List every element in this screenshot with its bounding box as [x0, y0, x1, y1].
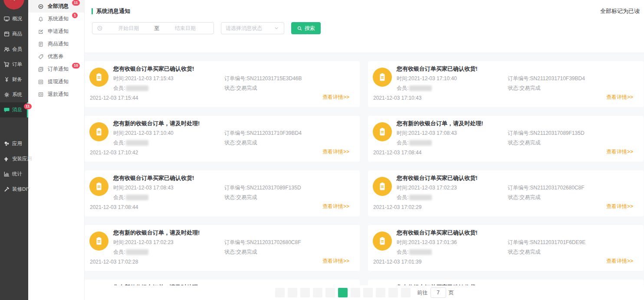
- message-order-number: 订单编号:SN2112031710F39BD4: [508, 75, 585, 82]
- message-card: 您有新的收银台订单，请及时处理! 时间:2021-12-03 17:08:43 …: [368, 116, 644, 162]
- sidebar-item[interactable]: 消息 11: [0, 102, 28, 117]
- message-category-item[interactable]: 提现通知: [28, 75, 84, 88]
- message-status: 状态:交易完成: [508, 248, 540, 256]
- page-button[interactable]: [338, 288, 348, 297]
- message-category-item[interactable]: 全部消息 11: [28, 0, 84, 13]
- view-detail-link[interactable]: 查看详情>>: [606, 94, 633, 101]
- sidebar-item[interactable]: 装修DIY: [0, 182, 28, 197]
- member-name-redacted: [126, 85, 148, 91]
- date-separator: 至: [154, 25, 160, 32]
- receipt-icon: [377, 72, 388, 83]
- message-category-nav: 全部消息 11 系统通知 1 申请通知 商品通知 优惠券: [28, 0, 84, 101]
- stats-icon: [3, 171, 10, 177]
- message-category-label: 系统通知: [48, 15, 69, 23]
- app-root: 概况 商品 会员 订单 财务: [0, 0, 644, 300]
- message-category-item[interactable]: 订单通知 10: [28, 63, 84, 75]
- sidebar-item[interactable]: 统计: [0, 166, 28, 182]
- sidebar-item[interactable]: 安装应用: [0, 151, 28, 166]
- page-button[interactable]: [363, 288, 373, 297]
- goto-label: 前往: [417, 289, 428, 297]
- mark-all-read-link[interactable]: 全部标记为已读: [600, 7, 640, 15]
- receipt-icon: [93, 235, 105, 247]
- receipt-icon: [377, 235, 388, 247]
- message-category-item[interactable]: 申请通知: [28, 25, 84, 38]
- page-unit-label: 页: [449, 289, 454, 297]
- page-button[interactable]: [313, 288, 322, 297]
- view-detail-link[interactable]: 查看详情>>: [322, 94, 349, 101]
- message-status: 状态:交易完成: [508, 139, 540, 147]
- main-sidebar: 概况 商品 会员 订单 财务: [0, 0, 28, 300]
- message-order-number: 订单编号:SN2112031715E3D46B: [224, 75, 302, 82]
- message-footer-time: 2021-12-03 17:08:44: [90, 204, 138, 210]
- bell-icon: [38, 16, 44, 22]
- view-detail-link[interactable]: 查看详情>>: [322, 258, 349, 265]
- sidebar-item-label: 统计: [12, 171, 22, 177]
- receipt-icon: [377, 181, 388, 192]
- page-button[interactable]: [376, 288, 385, 297]
- message-card: 您有收银台订单买家已确认收货! 时间:2021-12-03 17:15:43 会…: [85, 61, 360, 107]
- message-time: 时间:2021-12-03 17:02:23: [397, 184, 457, 192]
- member-label: 会员:: [397, 194, 408, 201]
- message-status: 状态:交易完成: [508, 85, 540, 92]
- receipt-icon: [93, 72, 105, 83]
- message-time: 时间:2021-12-03 17:08:43: [113, 184, 174, 192]
- member-name-redacted: [409, 249, 432, 255]
- member-label: 会员:: [397, 139, 408, 147]
- sidebar-item[interactable]: 会员: [0, 42, 28, 57]
- view-detail-link[interactable]: 查看详情>>: [606, 148, 633, 156]
- page-button[interactable]: [351, 288, 360, 297]
- system-icon: [3, 91, 10, 98]
- page-button[interactable]: [401, 288, 411, 297]
- view-detail-link[interactable]: 查看详情>>: [322, 148, 349, 156]
- page-button[interactable]: [275, 288, 285, 297]
- search-icon: [297, 26, 302, 31]
- message-member: 会员:: [113, 85, 148, 92]
- page-title: 系统消息通知: [96, 7, 130, 15]
- edit-icon: [38, 29, 44, 35]
- sidebar-item[interactable]: 订单: [0, 57, 28, 72]
- member-name-redacted: [126, 195, 148, 200]
- message-order-number: 订单编号:SN2112031710F39BD4: [224, 130, 302, 137]
- finance-icon: [3, 76, 10, 83]
- sidebar-item[interactable]: 系统: [0, 87, 28, 102]
- sidebar-item[interactable]: 概况: [0, 11, 28, 26]
- sidebar-item[interactable]: 财务: [0, 72, 28, 87]
- message-type-badge: [373, 122, 392, 141]
- view-detail-link[interactable]: 查看详情>>: [606, 203, 633, 210]
- message-time: 时间:2021-12-03 17:15:43: [113, 75, 174, 82]
- member-label: 会员:: [397, 248, 408, 256]
- message-member: 会员:: [113, 139, 148, 147]
- message-category-item[interactable]: 商品通知: [28, 38, 84, 50]
- notification-badge: 10: [72, 63, 80, 68]
- page-button[interactable]: [325, 288, 335, 297]
- message-category-item[interactable]: 退款通知: [28, 88, 84, 101]
- page-button[interactable]: [388, 288, 398, 297]
- member-label: 会员:: [113, 139, 125, 147]
- sidebar-item[interactable]: 应用: [0, 136, 28, 151]
- message-time: 时间:2021-12-03 17:02:23: [113, 239, 174, 246]
- message-category-item[interactable]: 系统通知 1: [28, 13, 84, 25]
- view-detail-link[interactable]: 查看详情>>: [606, 258, 633, 265]
- main-nav: 概况 商品 会员 订单 财务: [0, 0, 28, 197]
- goto-page-input[interactable]: [430, 287, 446, 298]
- message-title: 您有新的收银台订单，请及时处理!: [397, 120, 483, 127]
- start-date-placeholder: 开始日期: [105, 25, 153, 32]
- page-button[interactable]: [300, 288, 310, 297]
- sidebar-item[interactable]: 商品: [0, 26, 28, 42]
- message-footer-time: 2021-12-03 17:08:44: [373, 150, 421, 156]
- message-order-number: 订单编号:SN2112031702680C8F: [224, 239, 301, 246]
- clock-icon: [97, 25, 103, 31]
- sidebar-item-label: 概况: [12, 16, 22, 22]
- date-range-input[interactable]: 开始日期 至 结束日期: [92, 22, 214, 34]
- status-placeholder: 请选择消息状态: [226, 25, 262, 32]
- member-name-redacted: [126, 249, 148, 255]
- search-button[interactable]: 搜索: [291, 22, 321, 34]
- message-category-item[interactable]: 优惠券: [28, 50, 84, 63]
- sidebar-item-label: 应用: [12, 140, 22, 147]
- filter-bar: 开始日期 至 结束日期 请选择消息状态 搜索: [92, 22, 644, 34]
- page-button[interactable]: [288, 288, 297, 297]
- message-status-select[interactable]: 请选择消息状态: [221, 22, 284, 34]
- member-label: 会员:: [113, 248, 125, 256]
- view-detail-link[interactable]: 查看详情>>: [322, 203, 349, 210]
- members-icon: [3, 46, 10, 52]
